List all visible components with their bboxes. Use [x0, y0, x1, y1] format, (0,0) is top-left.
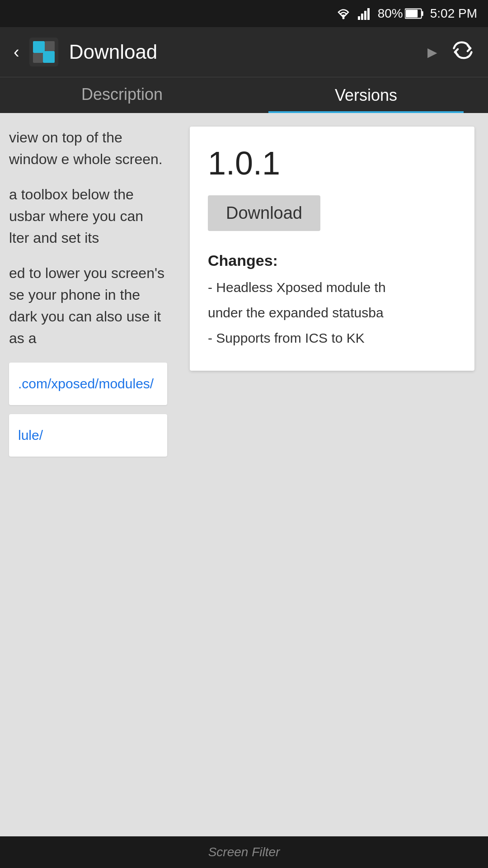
- link-text-1[interactable]: .com/xposed/modules/: [18, 376, 154, 391]
- svg-rect-3: [364, 11, 366, 20]
- svg-rect-2: [361, 14, 363, 20]
- app-icon: [28, 36, 60, 68]
- battery-percentage: 80%: [378, 6, 403, 21]
- right-panel: 1.0.1 Download Changes: - Headless Xpose…: [176, 113, 488, 479]
- svg-point-0: [342, 17, 344, 19]
- status-icons: 80% 5:02 PM: [335, 6, 477, 21]
- bottom-bar-app-name: Screen Filter: [208, 845, 280, 859]
- battery-icon: 80%: [378, 6, 424, 21]
- svg-rect-12: [45, 41, 55, 51]
- bottom-bar: Screen Filter: [0, 836, 488, 868]
- tab-versions[interactable]: Versions: [244, 77, 488, 113]
- changes-section: Changes: - Headless Xposed module th und…: [208, 252, 456, 349]
- download-button[interactable]: Download: [208, 195, 320, 231]
- refresh-button[interactable]: [446, 34, 479, 71]
- svg-rect-1: [358, 16, 360, 20]
- svg-rect-11: [33, 53, 43, 63]
- signal-icon: [358, 7, 371, 20]
- sort-indicator: ▶: [427, 45, 437, 60]
- back-button[interactable]: ‹: [9, 38, 24, 66]
- status-time: 5:02 PM: [430, 6, 477, 21]
- tab-description[interactable]: Description: [0, 77, 244, 113]
- change-item-1: - Headless Xposed module th: [208, 277, 456, 298]
- description-paragraph-1: view on top of the window e whole screen…: [9, 127, 167, 349]
- svg-rect-10: [43, 51, 55, 63]
- svg-rect-6: [421, 11, 423, 16]
- app-bar: ‹ Download ▶: [0, 27, 488, 77]
- status-bar: 80% 5:02 PM: [0, 0, 488, 27]
- change-item-2: under the expanded statusba: [208, 302, 456, 324]
- link-text-2[interactable]: lule/: [18, 428, 43, 443]
- link-card-1: .com/xposed/modules/: [9, 363, 167, 405]
- refresh-icon: [451, 38, 474, 62]
- main-content: view on top of the window e whole screen…: [0, 113, 488, 479]
- version-card: 1.0.1 Download Changes: - Headless Xpose…: [190, 127, 474, 371]
- tabs-bar: Description Versions: [0, 77, 488, 113]
- left-panel: view on top of the window e whole screen…: [0, 113, 176, 479]
- svg-rect-4: [367, 8, 370, 20]
- link-card-2: lule/: [9, 414, 167, 457]
- version-number: 1.0.1: [208, 145, 456, 182]
- change-item-3: - Supports from ICS to KK: [208, 327, 456, 349]
- app-bar-title: Download: [69, 41, 427, 63]
- battery-shape: [405, 8, 424, 19]
- svg-rect-9: [33, 41, 45, 53]
- changes-title: Changes:: [208, 252, 456, 269]
- svg-rect-7: [406, 9, 418, 17]
- wifi-icon: [335, 7, 352, 20]
